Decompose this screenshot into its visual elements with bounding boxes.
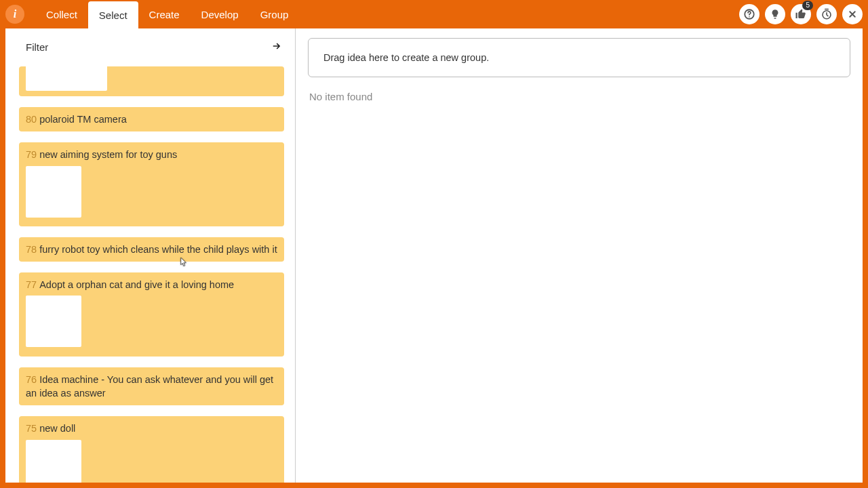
like-badge: 5 xyxy=(802,1,813,10)
phase-tabs: CollectSelectCreateDevelopGroup xyxy=(35,0,299,28)
idea-title: furry robot toy which cleans while the c… xyxy=(39,244,277,255)
tab-select[interactable]: Select xyxy=(88,1,138,28)
idea-title: new doll xyxy=(39,423,75,434)
idea-title: Adopt a orphan cat and give it a loving … xyxy=(39,279,234,290)
idea-list[interactable]: 80polaroid TM camera79new aiming system … xyxy=(5,66,295,483)
idea-thumbnail xyxy=(26,296,81,347)
idea-number: 78 xyxy=(26,244,37,255)
empty-state: No item found xyxy=(308,91,850,102)
idea-card[interactable]: 75new doll xyxy=(19,416,284,483)
help-icon[interactable] xyxy=(739,4,760,24)
idea-sidebar: Filter 80polaroid TM camera79new aiming … xyxy=(5,28,296,483)
tab-develop[interactable]: Develop xyxy=(191,0,250,28)
tab-group[interactable]: Group xyxy=(250,0,300,28)
tab-create[interactable]: Create xyxy=(138,0,191,28)
idea-card[interactable] xyxy=(19,66,284,96)
header-actions: 5 xyxy=(739,4,863,24)
idea-title: polaroid TM camera xyxy=(39,114,127,125)
idea-card[interactable]: 79new aiming system for toy guns xyxy=(19,142,284,226)
idea-number: 76 xyxy=(26,374,37,385)
idea-thumbnail xyxy=(26,66,107,91)
filter-arrow-icon[interactable] xyxy=(271,40,283,55)
idea-number: 77 xyxy=(26,279,37,290)
idea-card[interactable]: 76Idea machine - You can ask whatever an… xyxy=(19,367,284,406)
filter-label: Filter xyxy=(26,41,48,53)
group-panel: Drag idea here to create a new group. No… xyxy=(296,28,863,483)
info-icon[interactable]: i xyxy=(5,5,24,24)
idea-title-row: 78furry robot toy which cleans while the… xyxy=(26,243,277,256)
idea-title: Idea machine - You can ask whatever and … xyxy=(26,374,273,399)
idea-title-row: 80polaroid TM camera xyxy=(26,113,277,126)
idea-title: new aiming system for toy guns xyxy=(39,149,177,160)
app-header: i CollectSelectCreateDevelopGroup 5 xyxy=(0,0,868,28)
idea-thumbnail xyxy=(26,440,81,483)
idea-number: 75 xyxy=(26,423,37,434)
idea-card[interactable]: 80polaroid TM camera xyxy=(19,107,284,131)
idea-card[interactable]: 78furry robot toy which cleans while the… xyxy=(19,237,284,262)
idea-title-row: 77Adopt a orphan cat and give it a lovin… xyxy=(26,278,277,291)
idea-title-row: 76Idea machine - You can ask whatever an… xyxy=(26,373,277,401)
main-area: Filter 80polaroid TM camera79new aiming … xyxy=(0,28,868,488)
close-icon[interactable] xyxy=(842,4,863,24)
svg-point-1 xyxy=(749,16,750,18)
filter-row[interactable]: Filter xyxy=(5,28,295,66)
idea-thumbnail xyxy=(26,166,81,218)
idea-card[interactable]: 77Adopt a orphan cat and give it a lovin… xyxy=(19,272,284,357)
tab-collect[interactable]: Collect xyxy=(35,0,88,28)
idea-title-row: 79new aiming system for toy guns xyxy=(26,148,277,161)
idea-number: 79 xyxy=(26,149,37,160)
idea-title-row: 75new doll xyxy=(26,422,277,435)
timer-icon[interactable] xyxy=(816,4,837,24)
idea-icon[interactable] xyxy=(765,4,785,24)
group-dropzone[interactable]: Drag idea here to create a new group. xyxy=(308,38,850,77)
like-icon[interactable]: 5 xyxy=(791,4,811,24)
idea-number: 80 xyxy=(26,114,37,125)
